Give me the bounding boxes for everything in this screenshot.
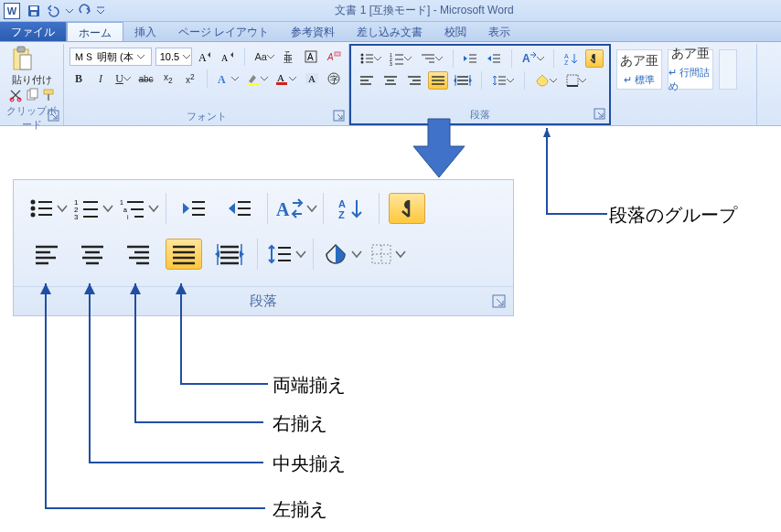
style-normal-label: ↵ 標準 (624, 73, 655, 87)
undo-dropdown-icon[interactable] (66, 7, 73, 15)
font-launcher-icon[interactable] (334, 111, 345, 122)
decrease-indent-button[interactable] (461, 49, 481, 68)
callout-right: 右揃え (273, 411, 327, 436)
chevron-down-icon (296, 250, 304, 259)
grow-font-button[interactable]: A (196, 48, 215, 66)
strike-button[interactable]: abc (136, 69, 155, 88)
format-painter-icon[interactable] (42, 89, 55, 104)
tab-insert[interactable]: 挿入 (123, 22, 167, 41)
show-marks-button[interactable] (585, 49, 604, 68)
superscript-button[interactable]: x2 (181, 69, 199, 88)
text-effects-button[interactable]: A (215, 69, 241, 88)
zoom-asian-layout-button[interactable]: A (277, 193, 314, 224)
zoom-align-justify-button[interactable] (166, 239, 202, 270)
zoom-show-marks-button[interactable] (389, 193, 425, 224)
font-color-button[interactable]: A (273, 69, 299, 88)
tab-page-layout[interactable]: ページ レイアウト (167, 22, 280, 41)
svg-rect-12 (48, 94, 49, 101)
zoom-align-right-button[interactable] (120, 239, 156, 270)
font-name-combo[interactable]: ＭＳ 明朝 (本 (70, 48, 152, 66)
italic-button[interactable]: I (91, 69, 110, 88)
align-center-button[interactable] (380, 71, 401, 90)
zoom-line-spacing-button[interactable] (267, 239, 304, 270)
tab-references[interactable]: 参考資料 (280, 22, 346, 41)
zoom-decrease-indent-button[interactable] (176, 193, 212, 224)
svg-rect-23 (248, 83, 259, 85)
zoom-align-center-button[interactable] (74, 239, 111, 270)
zoom-sort-button[interactable]: AZ (333, 193, 369, 224)
ribbon-tabs: ファイル ホーム 挿入 ページ レイアウト 参考資料 差し込み文書 校閲 表示 (0, 22, 781, 42)
paste-label: 貼り付け (5, 73, 58, 87)
style-no-spacing[interactable]: あア亜 ↵ 行間詰め (668, 49, 713, 90)
paste-icon (10, 46, 34, 73)
shading-button[interactable] (532, 71, 560, 90)
shrink-font-button[interactable]: A (219, 48, 238, 66)
save-icon[interactable] (27, 5, 40, 17)
svg-text:Z: Z (338, 209, 345, 220)
cut-icon[interactable] (9, 89, 22, 104)
zoom-align-left-button[interactable] (28, 239, 65, 270)
change-case-button[interactable]: Aa (252, 48, 276, 66)
paragraph-launcher-icon[interactable] (594, 109, 605, 120)
subscript-button[interactable]: x2 (159, 69, 177, 88)
undo-icon[interactable] (46, 5, 60, 17)
bullets-button[interactable] (357, 49, 384, 68)
clear-format-button[interactable]: A (324, 48, 343, 66)
zoom-numbering-button[interactable]: 123 (74, 193, 111, 224)
char-border-button[interactable]: A (302, 48, 320, 66)
tab-view[interactable]: 表示 (477, 22, 521, 41)
multilevel-list-button[interactable] (418, 49, 445, 68)
align-distribute-button[interactable] (452, 71, 474, 90)
chevron-down-icon (231, 75, 239, 82)
paste-button[interactable] (5, 46, 38, 73)
underline-button[interactable]: U (113, 69, 133, 88)
zoom-align-distribute-button[interactable] (211, 239, 248, 270)
zoom-borders-button[interactable] (369, 239, 405, 270)
svg-text:A: A (276, 199, 290, 219)
svg-text:A: A (564, 53, 569, 59)
svg-text:亜: 亜 (284, 54, 293, 64)
enclose-char-button[interactable]: 字 (325, 69, 343, 88)
align-left-button[interactable] (357, 71, 377, 90)
chevron-down-icon (579, 77, 586, 84)
tab-file[interactable]: ファイル (0, 22, 67, 41)
align-right-button[interactable] (404, 71, 424, 90)
chevron-down-icon (550, 77, 557, 84)
clipboard-launcher-icon[interactable] (48, 111, 59, 122)
word-app-icon: W (4, 3, 20, 19)
chevron-down-icon (137, 53, 144, 60)
group-font: ＭＳ 明朝 (本 10.5 A A Aa ア亜 A A B I U abc x2… (64, 44, 349, 125)
tab-mailings[interactable]: 差し込み文書 (346, 22, 433, 41)
zoom-multilevel-button[interactable]: 1ai (120, 193, 156, 224)
font-size-combo[interactable]: 10.5 (155, 48, 192, 66)
char-shading-button[interactable]: A (302, 69, 321, 88)
tab-home[interactable]: ホーム (67, 22, 123, 41)
line-spacing-button[interactable] (489, 71, 517, 90)
style-normal[interactable]: あア亜 ↵ 標準 (616, 49, 662, 90)
zoom-shading-button[interactable] (323, 239, 359, 270)
qat-customize-icon[interactable] (97, 6, 104, 16)
asian-layout-button[interactable]: A (519, 49, 547, 68)
align-justify-button[interactable] (428, 71, 448, 90)
zoom-increase-indent-button[interactable] (221, 193, 258, 224)
svg-text:A: A (522, 52, 530, 65)
style-nospace-label: ↵ 行間詰め (669, 66, 712, 93)
ruby-button[interactable]: ア亜 (280, 48, 298, 66)
bold-button[interactable]: B (70, 69, 88, 88)
increase-indent-button[interactable] (484, 49, 504, 68)
svg-text:A: A (198, 51, 207, 64)
svg-point-33 (360, 61, 363, 64)
borders-button[interactable] (563, 71, 589, 90)
copy-icon[interactable] (26, 89, 38, 104)
zoom-paragraph-launcher-icon[interactable] (493, 295, 506, 308)
window-title: 文書 1 [互換モード] - Microsoft Word (104, 3, 744, 18)
zoom-bullets-button[interactable] (28, 193, 65, 224)
tab-review[interactable]: 校閲 (433, 22, 477, 41)
redo-icon[interactable] (79, 5, 91, 17)
sort-button[interactable]: AZ (562, 49, 582, 68)
highlight-button[interactable] (244, 69, 270, 88)
svg-point-76 (31, 200, 36, 205)
numbering-button[interactable]: 123 (388, 49, 415, 68)
style-gallery-more[interactable] (719, 49, 737, 90)
svg-text:a: a (123, 207, 127, 213)
